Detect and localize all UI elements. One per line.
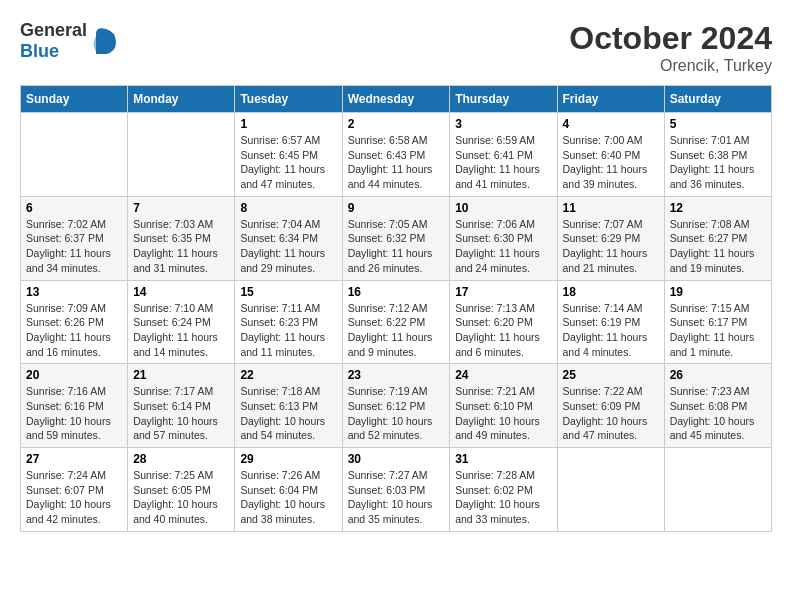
day-info: Sunrise: 6:57 AMSunset: 6:45 PMDaylight:… (240, 133, 336, 192)
calendar-cell: 5Sunrise: 7:01 AMSunset: 6:38 PMDaylight… (664, 113, 771, 197)
calendar-cell: 25Sunrise: 7:22 AMSunset: 6:09 PMDayligh… (557, 364, 664, 448)
calendar-cell: 20Sunrise: 7:16 AMSunset: 6:16 PMDayligh… (21, 364, 128, 448)
calendar-cell: 3Sunrise: 6:59 AMSunset: 6:41 PMDaylight… (450, 113, 557, 197)
calendar-cell: 1Sunrise: 6:57 AMSunset: 6:45 PMDaylight… (235, 113, 342, 197)
day-number: 26 (670, 368, 766, 382)
logo-blue: Blue (20, 41, 59, 61)
calendar-cell: 4Sunrise: 7:00 AMSunset: 6:40 PMDaylight… (557, 113, 664, 197)
logo-general: General (20, 20, 87, 40)
title-block: October 2024 Orencik, Turkey (569, 20, 772, 75)
day-info: Sunrise: 7:15 AMSunset: 6:17 PMDaylight:… (670, 301, 766, 360)
calendar-cell: 31Sunrise: 7:28 AMSunset: 6:02 PMDayligh… (450, 448, 557, 532)
day-info: Sunrise: 7:01 AMSunset: 6:38 PMDaylight:… (670, 133, 766, 192)
month-title: October 2024 (569, 20, 772, 57)
calendar-cell (21, 113, 128, 197)
weekday-header-wednesday: Wednesday (342, 86, 450, 113)
day-info: Sunrise: 7:10 AMSunset: 6:24 PMDaylight:… (133, 301, 229, 360)
day-number: 2 (348, 117, 445, 131)
day-info: Sunrise: 7:28 AMSunset: 6:02 PMDaylight:… (455, 468, 551, 527)
day-info: Sunrise: 7:14 AMSunset: 6:19 PMDaylight:… (563, 301, 659, 360)
day-number: 18 (563, 285, 659, 299)
calendar-cell: 27Sunrise: 7:24 AMSunset: 6:07 PMDayligh… (21, 448, 128, 532)
day-number: 14 (133, 285, 229, 299)
day-number: 11 (563, 201, 659, 215)
day-info: Sunrise: 7:26 AMSunset: 6:04 PMDaylight:… (240, 468, 336, 527)
calendar-cell: 10Sunrise: 7:06 AMSunset: 6:30 PMDayligh… (450, 196, 557, 280)
weekday-header-row: SundayMondayTuesdayWednesdayThursdayFrid… (21, 86, 772, 113)
day-info: Sunrise: 7:23 AMSunset: 6:08 PMDaylight:… (670, 384, 766, 443)
weekday-header-saturday: Saturday (664, 86, 771, 113)
day-info: Sunrise: 7:07 AMSunset: 6:29 PMDaylight:… (563, 217, 659, 276)
calendar-cell: 11Sunrise: 7:07 AMSunset: 6:29 PMDayligh… (557, 196, 664, 280)
day-number: 23 (348, 368, 445, 382)
day-info: Sunrise: 7:04 AMSunset: 6:34 PMDaylight:… (240, 217, 336, 276)
calendar-cell: 6Sunrise: 7:02 AMSunset: 6:37 PMDaylight… (21, 196, 128, 280)
day-number: 17 (455, 285, 551, 299)
day-info: Sunrise: 7:21 AMSunset: 6:10 PMDaylight:… (455, 384, 551, 443)
day-number: 1 (240, 117, 336, 131)
week-row-1: 1Sunrise: 6:57 AMSunset: 6:45 PMDaylight… (21, 113, 772, 197)
day-number: 15 (240, 285, 336, 299)
day-number: 13 (26, 285, 122, 299)
day-info: Sunrise: 6:58 AMSunset: 6:43 PMDaylight:… (348, 133, 445, 192)
day-number: 29 (240, 452, 336, 466)
day-number: 28 (133, 452, 229, 466)
calendar-cell: 17Sunrise: 7:13 AMSunset: 6:20 PMDayligh… (450, 280, 557, 364)
day-number: 10 (455, 201, 551, 215)
day-info: Sunrise: 7:18 AMSunset: 6:13 PMDaylight:… (240, 384, 336, 443)
day-info: Sunrise: 7:00 AMSunset: 6:40 PMDaylight:… (563, 133, 659, 192)
calendar-table: SundayMondayTuesdayWednesdayThursdayFrid… (20, 85, 772, 532)
week-row-3: 13Sunrise: 7:09 AMSunset: 6:26 PMDayligh… (21, 280, 772, 364)
day-info: Sunrise: 7:05 AMSunset: 6:32 PMDaylight:… (348, 217, 445, 276)
day-number: 22 (240, 368, 336, 382)
day-number: 24 (455, 368, 551, 382)
calendar-cell: 26Sunrise: 7:23 AMSunset: 6:08 PMDayligh… (664, 364, 771, 448)
calendar-cell: 23Sunrise: 7:19 AMSunset: 6:12 PMDayligh… (342, 364, 450, 448)
day-info: Sunrise: 7:09 AMSunset: 6:26 PMDaylight:… (26, 301, 122, 360)
calendar-cell: 8Sunrise: 7:04 AMSunset: 6:34 PMDaylight… (235, 196, 342, 280)
weekday-header-tuesday: Tuesday (235, 86, 342, 113)
calendar-cell: 13Sunrise: 7:09 AMSunset: 6:26 PMDayligh… (21, 280, 128, 364)
day-info: Sunrise: 7:03 AMSunset: 6:35 PMDaylight:… (133, 217, 229, 276)
calendar-cell: 7Sunrise: 7:03 AMSunset: 6:35 PMDaylight… (128, 196, 235, 280)
day-number: 3 (455, 117, 551, 131)
weekday-header-friday: Friday (557, 86, 664, 113)
location-title: Orencik, Turkey (569, 57, 772, 75)
day-info: Sunrise: 7:02 AMSunset: 6:37 PMDaylight:… (26, 217, 122, 276)
day-number: 19 (670, 285, 766, 299)
day-info: Sunrise: 7:06 AMSunset: 6:30 PMDaylight:… (455, 217, 551, 276)
calendar-cell: 16Sunrise: 7:12 AMSunset: 6:22 PMDayligh… (342, 280, 450, 364)
calendar-cell: 2Sunrise: 6:58 AMSunset: 6:43 PMDaylight… (342, 113, 450, 197)
logo-text: General Blue (20, 20, 87, 62)
day-number: 12 (670, 201, 766, 215)
day-info: Sunrise: 7:27 AMSunset: 6:03 PMDaylight:… (348, 468, 445, 527)
weekday-header-monday: Monday (128, 86, 235, 113)
day-number: 7 (133, 201, 229, 215)
day-info: Sunrise: 7:24 AMSunset: 6:07 PMDaylight:… (26, 468, 122, 527)
day-number: 21 (133, 368, 229, 382)
calendar-cell: 30Sunrise: 7:27 AMSunset: 6:03 PMDayligh… (342, 448, 450, 532)
week-row-4: 20Sunrise: 7:16 AMSunset: 6:16 PMDayligh… (21, 364, 772, 448)
calendar-cell: 12Sunrise: 7:08 AMSunset: 6:27 PMDayligh… (664, 196, 771, 280)
calendar-cell: 28Sunrise: 7:25 AMSunset: 6:05 PMDayligh… (128, 448, 235, 532)
day-info: Sunrise: 7:19 AMSunset: 6:12 PMDaylight:… (348, 384, 445, 443)
day-info: Sunrise: 7:25 AMSunset: 6:05 PMDaylight:… (133, 468, 229, 527)
day-info: Sunrise: 7:17 AMSunset: 6:14 PMDaylight:… (133, 384, 229, 443)
day-number: 8 (240, 201, 336, 215)
calendar-cell: 19Sunrise: 7:15 AMSunset: 6:17 PMDayligh… (664, 280, 771, 364)
calendar-cell: 18Sunrise: 7:14 AMSunset: 6:19 PMDayligh… (557, 280, 664, 364)
day-number: 27 (26, 452, 122, 466)
logo: General Blue (20, 20, 121, 62)
day-info: Sunrise: 7:08 AMSunset: 6:27 PMDaylight:… (670, 217, 766, 276)
day-number: 4 (563, 117, 659, 131)
page-header: General Blue October 2024 Orencik, Turke… (20, 20, 772, 75)
calendar-cell: 15Sunrise: 7:11 AMSunset: 6:23 PMDayligh… (235, 280, 342, 364)
calendar-cell: 21Sunrise: 7:17 AMSunset: 6:14 PMDayligh… (128, 364, 235, 448)
day-info: Sunrise: 7:11 AMSunset: 6:23 PMDaylight:… (240, 301, 336, 360)
day-number: 9 (348, 201, 445, 215)
logo-icon (91, 24, 121, 59)
week-row-5: 27Sunrise: 7:24 AMSunset: 6:07 PMDayligh… (21, 448, 772, 532)
weekday-header-sunday: Sunday (21, 86, 128, 113)
day-number: 30 (348, 452, 445, 466)
calendar-cell (557, 448, 664, 532)
